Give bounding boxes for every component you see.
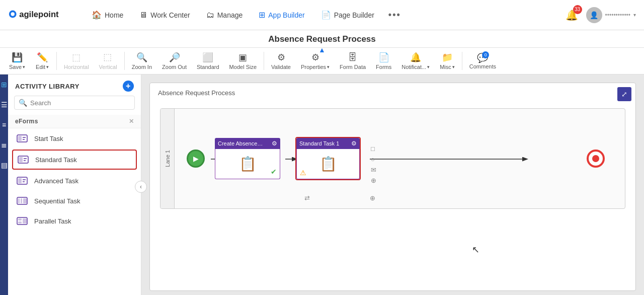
- sidebar-layers-icon[interactable]: ≡: [0, 119, 8, 131]
- zoomout-icon: 🔎: [169, 52, 180, 63]
- circle-icon[interactable]: ○: [371, 156, 376, 163]
- standard-task-label: Standard Task: [35, 156, 77, 164]
- end-node[interactable]: [587, 150, 605, 168]
- toolbar-save-label: Save: [9, 64, 22, 70]
- notif-icon: 🔔: [410, 52, 421, 63]
- toolbar-standard[interactable]: ⬜ Standard: [192, 50, 224, 72]
- mail-icon[interactable]: ✉: [371, 166, 376, 174]
- activity-item-standard-task[interactable]: Standard Task: [12, 150, 137, 170]
- user-menu[interactable]: 👤 •••••••••••• ▾: [586, 7, 636, 23]
- modelsize-icon: ▣: [238, 52, 247, 63]
- toolbar-zoomout[interactable]: 🔎 Zoom Out: [157, 50, 192, 72]
- advanced-task-icon: [15, 175, 29, 186]
- start-play-icon: ▶: [193, 155, 199, 163]
- nav-more[interactable]: •••: [383, 7, 406, 23]
- task1-title: Create Absence Reque...: [218, 140, 263, 146]
- task1-box[interactable]: Create Absence Reque... ⚙ 📋 ✔: [215, 138, 280, 179]
- toolbar-horizontal-label: Horizontal: [64, 64, 89, 70]
- toolbar-formdata[interactable]: 🗄 Form Data: [335, 50, 371, 72]
- exchange-icon[interactable]: ⇄: [304, 194, 310, 202]
- svg-point-1: [11, 12, 15, 16]
- nav-manage[interactable]: 🗂 Manage: [199, 8, 250, 23]
- toolbar-forms[interactable]: 📄 Forms: [371, 50, 396, 72]
- avatar: 👤: [586, 7, 602, 23]
- branch-icon[interactable]: ⊕: [370, 194, 375, 202]
- toolbar-save[interactable]: 💾 Save ▾: [4, 50, 30, 72]
- nav-pagebuilder[interactable]: 📄 Page Builder: [314, 7, 381, 23]
- toolbar-validate[interactable]: ⚙ Validate: [266, 50, 296, 72]
- nav-manage-label: Manage: [217, 11, 243, 19]
- nav-appbuilder[interactable]: ⊞ App Builder: [252, 7, 311, 23]
- cursor: ↖: [472, 244, 479, 255]
- canvas-inner: Absence Request Process ⤢ Lane 1: [149, 83, 636, 291]
- toolbar-validate-label: Validate: [271, 64, 291, 70]
- svg-rect-18: [23, 198, 27, 203]
- nav-workcenter[interactable]: 🖥 Work Center: [132, 8, 197, 23]
- standard-icon: ⬜: [202, 52, 213, 63]
- task1-gear-icon[interactable]: ⚙: [272, 140, 277, 147]
- parallel-task-icon: [15, 215, 29, 227]
- task1-body: 📋 ✔: [215, 149, 280, 179]
- activity-item-start-task[interactable]: Start Task: [8, 128, 141, 149]
- toolbar-vertical: ⬚ Vertical: [94, 50, 122, 72]
- task2-header: Standard Task 1 ⚙: [296, 138, 360, 149]
- save-icon: 💾: [12, 52, 23, 63]
- toolbar-misc-label: Misc: [440, 64, 451, 70]
- add-activity-button[interactable]: +: [123, 81, 134, 92]
- toolbar-standard-label: Standard: [197, 64, 219, 70]
- activity-item-parallel-task[interactable]: Parallel Task: [8, 211, 141, 231]
- eforms-close-icon[interactable]: ✕: [129, 118, 134, 125]
- network-icon[interactable]: ⊕: [371, 177, 376, 184]
- task2-body-icon: 📋: [319, 156, 337, 172]
- task2-warn-icon: ⚠: [300, 169, 306, 177]
- toolbar-misc[interactable]: 📁 Misc ▾: [435, 50, 460, 72]
- toolbar-sep-4: [462, 52, 462, 70]
- svg-rect-22: [23, 218, 27, 224]
- collapse-header[interactable]: ▲: [316, 47, 328, 52]
- activity-item-sequential-task[interactable]: Sequential Task: [8, 191, 141, 211]
- svg-rect-12: [18, 178, 22, 183]
- process-title: Absence Request Process: [268, 34, 376, 44]
- horizontal-icon: ⬚: [72, 52, 80, 63]
- lane-label-text: Lane 1: [165, 150, 171, 167]
- connector-icon[interactable]: □: [371, 145, 376, 153]
- task2-gear-icon[interactable]: ⚙: [351, 140, 357, 147]
- search-input[interactable]: [30, 99, 130, 107]
- toolbar-edit[interactable]: ✏️ Edit ▾: [30, 50, 54, 72]
- chevron-down-icon: ▾: [633, 12, 636, 18]
- activity-list: Start Task Standard Task: [8, 128, 141, 295]
- toolbar-zoomin[interactable]: 🔍 Zoom In: [127, 50, 157, 72]
- toolbar-properties-label: Properties: [301, 64, 326, 70]
- activity-panel: ACTIVITY LIBRARY + 🔍 eForms ✕ S: [8, 75, 141, 295]
- search-box: 🔍: [14, 96, 135, 110]
- top-nav: agilepoint 🏠 Home 🖥 Work Center 🗂 Manage…: [0, 0, 644, 30]
- notification-badge: 33: [573, 5, 582, 14]
- toolbar-modelsize[interactable]: ▣ Model Size: [224, 50, 262, 72]
- start-node[interactable]: ▶: [187, 150, 205, 168]
- toolbar-comments[interactable]: 💬 0 Comments: [464, 50, 501, 71]
- save-arrow: ▾: [23, 64, 25, 69]
- canvas-process-label: Absence Request Process: [158, 89, 235, 97]
- eforms-section-header: eForms ✕: [8, 115, 141, 128]
- notification-button[interactable]: 🔔 33: [564, 7, 580, 23]
- toolbar-notif[interactable]: 🔔 Notificat... ▾: [396, 50, 435, 72]
- edit-arrow: ▾: [46, 64, 49, 69]
- toolbar-properties[interactable]: ⚙ Properties ▾: [296, 50, 335, 72]
- page-icon: 📄: [321, 10, 331, 20]
- svg-rect-17: [21, 198, 22, 203]
- canvas-area: Absence Request Process ⤢ Lane 1: [141, 75, 644, 295]
- svg-rect-8: [19, 157, 23, 162]
- activity-item-advanced-task[interactable]: Advanced Task: [8, 171, 141, 191]
- logo: agilepoint: [8, 5, 68, 25]
- user-name: ••••••••••••: [605, 12, 630, 19]
- forms-icon: 📄: [378, 52, 389, 63]
- panel-collapse-button[interactable]: ‹: [135, 181, 147, 193]
- nav-items: 🏠 Home 🖥 Work Center 🗂 Manage ⊞ App Buil…: [85, 7, 559, 23]
- toolbar-horizontal: ⬚ Horizontal: [59, 50, 94, 72]
- task2-box[interactable]: Standard Task 1 ⚙ 📋 ⚠: [295, 137, 361, 180]
- start-task-label: Start Task: [34, 135, 63, 142]
- expand-button[interactable]: ⤢: [617, 87, 631, 101]
- nav-home[interactable]: 🏠 Home: [85, 7, 130, 23]
- toolbar-formdata-label: Form Data: [340, 64, 366, 70]
- task1-header: Create Absence Reque... ⚙: [215, 138, 280, 149]
